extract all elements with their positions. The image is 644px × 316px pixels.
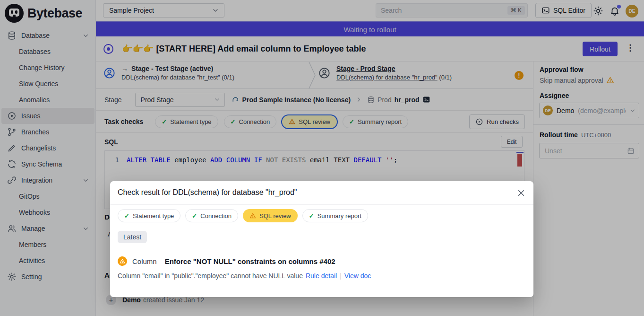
check-icon: ✓: [124, 212, 129, 219]
check-icon: ✓: [192, 212, 197, 219]
close-icon[interactable]: [517, 189, 525, 197]
bytebase-app: Bytebase Database Databases Change Histo…: [0, 0, 644, 316]
check-result-modal: Check result for DDL(schema) for databas…: [110, 181, 533, 297]
tab-sql-review[interactable]: SQL review: [243, 209, 298, 222]
divider: [110, 204, 533, 205]
warning-triangle-icon: [249, 212, 256, 219]
modal-title: Check result for DDL(schema) for databas…: [118, 188, 297, 197]
tab-summary-report[interactable]: ✓Summary report: [302, 209, 368, 222]
view-doc-link[interactable]: View doc: [344, 272, 371, 280]
rule-category: Column: [132, 257, 157, 265]
check-result-tabs: ✓Statement type ✓Connection SQL review ✓…: [118, 209, 373, 222]
rule-title: Enforce "NOT NULL" constraints on column…: [165, 257, 335, 265]
rule-detail-text: Column "email" in "public"."employee" ca…: [118, 272, 371, 280]
divider: |: [340, 272, 342, 280]
tab-connection[interactable]: ✓Connection: [185, 209, 238, 222]
check-result-row: Column Enforce "NOT NULL" constraints on…: [118, 256, 335, 266]
tab-statement-type[interactable]: ✓Statement type: [118, 209, 180, 222]
check-icon: ✓: [309, 212, 314, 219]
warning-circle-icon: [118, 256, 127, 266]
latest-badge[interactable]: Latest: [118, 231, 147, 243]
rule-detail-link[interactable]: Rule detail: [306, 272, 337, 280]
